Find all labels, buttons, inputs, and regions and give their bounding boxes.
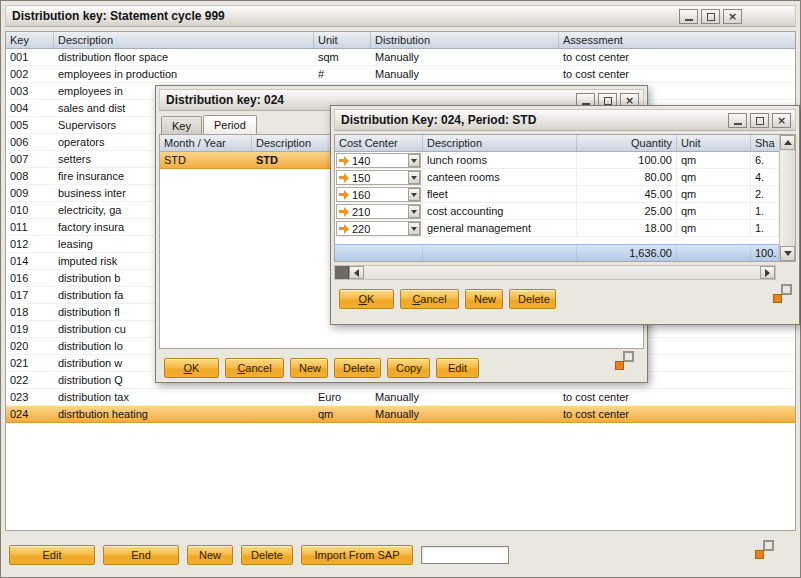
dropdown-button[interactable] <box>408 205 420 218</box>
scroll-left-button[interactable] <box>349 266 364 279</box>
maximize-button[interactable] <box>701 9 720 24</box>
cost-center-combo[interactable]: 140 <box>336 153 421 168</box>
resize-grip[interactable] <box>755 540 774 559</box>
cell-key: 020 <box>6 338 54 354</box>
delete-button[interactable]: Delete <box>334 358 381 378</box>
cost-center-combo[interactable]: 150 <box>336 170 421 185</box>
scroll-right-button[interactable] <box>760 266 775 279</box>
close-button[interactable]: × <box>772 113 791 128</box>
dropdown-button[interactable] <box>408 171 420 184</box>
cell-key: 014 <box>6 253 54 269</box>
table-row[interactable]: 001distribution floor spacesqmManuallyto… <box>6 49 795 66</box>
cell-quantity: 25.00 <box>577 203 677 219</box>
window-controls: × <box>728 113 791 128</box>
link-arrow-icon[interactable] <box>339 189 350 200</box>
cost-center-value: 160 <box>350 189 408 201</box>
link-arrow-icon[interactable] <box>339 206 350 217</box>
cell-unit: qm <box>314 406 371 422</box>
minimize-icon <box>734 123 742 125</box>
vertical-scroll-track[interactable] <box>780 150 795 246</box>
new-button[interactable]: New <box>187 545 233 565</box>
scroll-down-button[interactable] <box>780 246 795 261</box>
cell-key: 018 <box>6 304 54 320</box>
column-header-unit: Unit <box>677 135 751 151</box>
cell-description: fleet <box>423 186 577 202</box>
cost-center-combo[interactable]: 210 <box>336 204 421 219</box>
detail-dialog-content: Cost Center Description Quantity Unit Sh… <box>334 134 796 321</box>
minimize-button[interactable] <box>728 113 747 128</box>
maximize-icon <box>756 117 764 125</box>
cell-cost-center: 160 <box>335 186 423 202</box>
cell-key: 016 <box>6 270 54 286</box>
cell-unit <box>677 245 751 261</box>
resize-grip[interactable] <box>773 284 792 303</box>
import-from-sap-button[interactable]: Import From SAP <box>301 545 413 565</box>
cell-assessment: to cost center <box>559 389 795 405</box>
column-header-quantity: Quantity <box>577 135 677 151</box>
cell-unit: qm <box>677 186 751 202</box>
main-titlebar[interactable]: Distribution key: Statement cycle 999 × <box>5 5 796 27</box>
grip-square-gray <box>763 540 774 551</box>
cell-key: 003 <box>6 83 54 99</box>
table-row[interactable]: 220general management18.00qm1. <box>335 220 779 237</box>
column-header-description: Description <box>423 135 577 151</box>
cost-center-value: 140 <box>350 155 408 167</box>
column-header-key: Key <box>6 32 54 48</box>
link-arrow-icon[interactable] <box>339 155 350 166</box>
arrow-up-icon <box>784 140 792 145</box>
close-icon: × <box>777 114 786 127</box>
table-row[interactable]: 160fleet45.00qm2. <box>335 186 779 203</box>
table-row[interactable]: 140lunch rooms100.00qm6. <box>335 152 779 169</box>
horizontal-scrollbar[interactable] <box>334 265 776 280</box>
edit-button[interactable]: Edit <box>436 358 479 378</box>
period-dialog-footer: OK Cancel New Delete Copy Edit <box>159 349 644 379</box>
column-header-cost-center: Cost Center <box>335 135 423 151</box>
scrollbar-split-handle[interactable] <box>335 266 349 279</box>
cell-description: cost accounting <box>423 203 577 219</box>
tab-period[interactable]: Period <box>203 115 257 134</box>
link-arrow-icon[interactable] <box>339 223 350 234</box>
cancel-button[interactable]: Cancel <box>400 289 459 309</box>
main-table-empty-area <box>6 423 795 530</box>
cell-description: distribution floor space <box>54 49 314 65</box>
edit-button[interactable]: Edit <box>9 545 95 565</box>
table-row[interactable]: 150canteen rooms80.00qm4. <box>335 169 779 186</box>
dropdown-button[interactable] <box>408 222 420 235</box>
vertical-scrollbar[interactable] <box>779 135 795 261</box>
delete-button[interactable]: Delete <box>241 545 293 565</box>
cost-center-value: 220 <box>350 223 408 235</box>
table-row[interactable]: 210cost accounting25.00qm1. <box>335 203 779 220</box>
cell-quantity: 80.00 <box>577 169 677 185</box>
cost-center-combo[interactable]: 160 <box>336 187 421 202</box>
cell-unit: Euro <box>314 389 371 405</box>
copy-button[interactable]: Copy <box>387 358 430 378</box>
chevron-down-icon <box>411 210 417 214</box>
table-row[interactable]: 023distribution taxEuroManuallyto cost c… <box>6 389 795 406</box>
footer-input[interactable] <box>421 546 509 564</box>
close-button[interactable]: × <box>723 9 742 24</box>
grip-square-orange <box>615 361 624 370</box>
new-button[interactable]: New <box>290 358 328 378</box>
ok-button[interactable]: OK <box>164 358 219 378</box>
tab-key[interactable]: Key <box>161 116 202 134</box>
table-row[interactable]: 002employees in production#Manuallyto co… <box>6 66 795 83</box>
table-row[interactable]: 024disrtbution heatingqmManuallyto cost … <box>6 406 795 423</box>
maximize-button[interactable] <box>750 113 769 128</box>
column-header-description: Description <box>54 32 314 48</box>
new-button[interactable]: New <box>465 289 503 309</box>
dropdown-button[interactable] <box>408 188 420 201</box>
cell-assessment: to cost center <box>559 49 795 65</box>
detail-dialog-titlebar[interactable]: Distribution Key: 024, Period: STD × <box>334 109 796 131</box>
delete-button[interactable]: Delete <box>509 289 556 309</box>
end-button[interactable]: End <box>103 545 179 565</box>
cancel-button[interactable]: Cancel <box>225 358 284 378</box>
cell-description: lunch rooms <box>423 152 577 168</box>
ok-button[interactable]: OK <box>339 289 394 309</box>
horizontal-scroll-track[interactable] <box>364 266 760 279</box>
scroll-up-button[interactable] <box>780 135 795 150</box>
cost-center-combo[interactable]: 220 <box>336 221 421 236</box>
resize-grip[interactable] <box>615 351 634 370</box>
dropdown-button[interactable] <box>408 154 420 167</box>
minimize-button[interactable] <box>679 9 698 24</box>
link-arrow-icon[interactable] <box>339 172 350 183</box>
